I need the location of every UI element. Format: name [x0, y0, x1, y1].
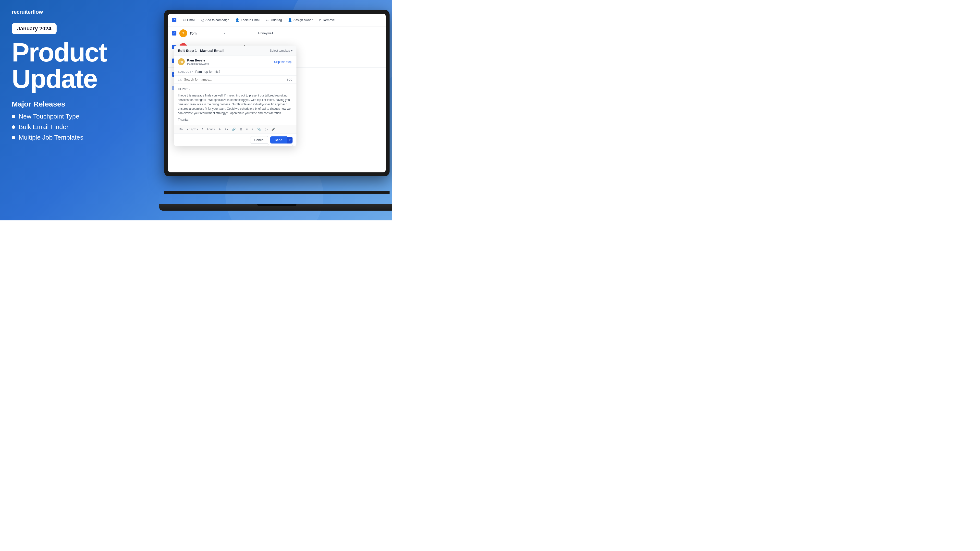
subject-input[interactable] — [195, 70, 293, 73]
assign-icon: 👤 — [288, 18, 292, 22]
chevron-down-icon: ▾ — [291, 49, 293, 52]
add-to-campaign-button[interactable]: ◎ Add to campaign — [199, 17, 232, 24]
sender-name: Pam Beesly — [187, 59, 209, 62]
format-merge[interactable]: { } — [264, 127, 269, 132]
bullet-item-2: Bulk Email Finder — [12, 123, 145, 131]
cc-input[interactable] — [184, 78, 287, 81]
campaign-label: Add to campaign — [205, 18, 229, 22]
person-name-0: Tom — [189, 31, 224, 35]
format-mic[interactable]: 🎤 — [270, 127, 276, 132]
assign-owner-button[interactable]: 👤 Assign owner — [285, 17, 315, 24]
format-font[interactable]: Arial ▾ — [205, 127, 216, 132]
laptop-wrapper: ✉ Email ◎ Add to campaign 👤 Lookup Email — [164, 10, 390, 211]
cancel-button[interactable]: Cancel — [250, 136, 268, 144]
select-template-button[interactable]: Select template ▾ — [270, 49, 293, 52]
send-dropdown-button[interactable]: ▾ — [287, 137, 293, 143]
bcc-button[interactable]: BCC — [287, 78, 293, 81]
laptop-hinge — [164, 191, 390, 194]
modal-title: Edit Step 1 - Manual Email — [178, 49, 224, 52]
format-ul[interactable]: ≡ — [251, 127, 254, 132]
format-size[interactable]: ▾ 14px ▾ — [186, 127, 199, 132]
right-panel: ✉ Email ◎ Add to campaign 👤 Lookup Email — [147, 0, 392, 221]
bullet-dot-1 — [12, 115, 15, 118]
template-btn-label: Select template — [270, 49, 290, 52]
subject-label: Subject * — [178, 70, 193, 73]
campaign-icon: ◎ — [201, 18, 204, 22]
format-table[interactable]: ⊞ — [239, 127, 243, 132]
lookup-label: Lookup Email — [241, 18, 260, 22]
toolbar-checkbox[interactable] — [172, 18, 177, 22]
remove-button[interactable]: ⊘ Remove — [316, 17, 337, 24]
bullet-text-2: Bulk Email Finder — [19, 123, 68, 131]
send-later-dropdown: Send later ↖ — [268, 144, 293, 146]
modal-body: Hi Pam , I hope this message finds you w… — [174, 84, 296, 125]
tag-icon: 🏷 — [266, 18, 269, 22]
company-cell-0: Honeywell — [258, 31, 382, 35]
cursor-icon: ↖ — [286, 146, 290, 146]
body-closing: Thanks, — [178, 117, 293, 122]
table-row[interactable]: T Tom - Honeywell — [168, 27, 386, 40]
format-color-a[interactable]: A▾ — [224, 127, 229, 132]
sender-info: Pam Beesly Pam@beesly.com — [187, 59, 209, 65]
body-greeting: Hi Pam , — [178, 86, 293, 91]
sender-avatar: PB — [178, 58, 185, 65]
row-checkbox-0[interactable] — [172, 31, 177, 35]
bullet-list: New Touchpoint Type Bulk Email Finder Mu… — [12, 113, 145, 141]
toolbar: ✉ Email ◎ Add to campaign 👤 Lookup Email — [168, 14, 386, 27]
headline: Product Update — [12, 39, 145, 92]
email-icon: ✉ — [183, 18, 186, 22]
laptop-screen-outer: ✉ Email ◎ Add to campaign 👤 Lookup Email — [164, 10, 390, 176]
email-button[interactable]: ✉ Email — [180, 17, 198, 24]
format-div[interactable]: Div — [178, 127, 184, 132]
tag-label: Add tag — [271, 18, 282, 22]
bullet-text-1: New Touchpoint Type — [19, 113, 80, 120]
subtitle: Major Releases — [12, 100, 145, 108]
date-text: January 2024 — [17, 25, 51, 32]
assign-label: Assign owner — [294, 18, 313, 22]
email-modal: Edit Step 1 - Manual Email Select templa… — [174, 46, 296, 146]
date-badge: January 2024 — [12, 23, 57, 34]
date-cell-0: - — [224, 31, 258, 35]
bullet-dot-3 — [12, 136, 15, 139]
body-text: I hope this message finds you well. I'm … — [178, 93, 293, 115]
format-link[interactable]: 🔗 — [231, 127, 237, 132]
modal-formatting-toolbar: Div ▾ 14px ▾ I Arial ▾ A A▾ 🔗 ⊞ ≡ ≡ 📎 { … — [174, 125, 296, 133]
format-italic[interactable]: I — [201, 127, 204, 132]
logo: recruiterflow — [12, 9, 145, 16]
bullet-item-1: New Touchpoint Type — [12, 113, 145, 120]
bullet-text-3: Multiple Job Templates — [19, 134, 83, 141]
bullet-item-3: Multiple Job Templates — [12, 134, 145, 141]
add-tag-button[interactable]: 🏷 Add tag — [264, 17, 285, 24]
send-group: Send ▾ — [270, 137, 293, 143]
format-bold-a[interactable]: A — [218, 127, 222, 132]
sender-email: Pam@beesly.com — [187, 62, 209, 65]
modal-footer: Cancel Send ▾ Send later ↖ — [174, 133, 296, 146]
lookup-email-button[interactable]: 👤 Lookup Email — [233, 17, 262, 24]
send-button[interactable]: Send — [270, 137, 287, 143]
headline-line1: Product — [12, 38, 107, 67]
skip-step-button[interactable]: Skip this step — [274, 60, 293, 64]
lookup-icon: 👤 — [235, 18, 239, 22]
bullet-dot-2 — [12, 125, 15, 129]
avatar-0: T — [179, 29, 187, 37]
laptop-base — [159, 204, 392, 211]
headline-line2: Update — [12, 64, 97, 94]
remove-label: Remove — [323, 18, 335, 22]
format-ol[interactable]: ≡ — [245, 127, 249, 132]
remove-icon: ⊘ — [318, 18, 321, 22]
left-panel: recruiterflow January 2024 Product Updat… — [0, 0, 157, 221]
subject-field: Subject * — [174, 68, 296, 76]
format-attach[interactable]: 📎 — [256, 127, 262, 132]
cc-field: CC BCC — [174, 76, 296, 84]
modal-sender: PB Pam Beesly Pam@beesly.com Skip this s… — [174, 56, 296, 68]
cc-label: CC — [178, 78, 182, 81]
laptop-screen-inner: ✉ Email ◎ Add to campaign 👤 Lookup Email — [168, 14, 386, 172]
brand-name: recruiterflow — [12, 9, 43, 16]
modal-header: Edit Step 1 - Manual Email Select templa… — [174, 46, 296, 56]
email-label: Email — [187, 18, 195, 22]
